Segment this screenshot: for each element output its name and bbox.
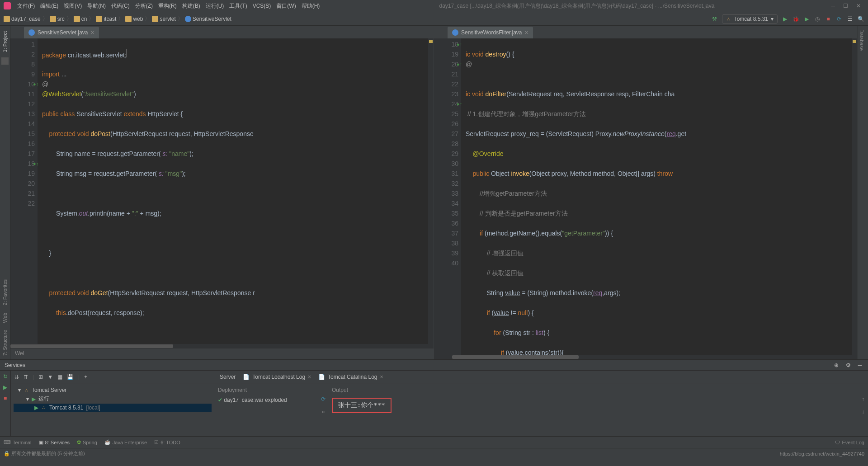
scroll-up-icon[interactable]: ↑ (862, 396, 864, 402)
sidebar-tab-project[interactable]: 1: Project (1, 28, 9, 56)
close-tab-icon[interactable]: × (90, 29, 94, 36)
todo-icon: ☑ (154, 439, 159, 445)
services-tree[interactable]: ▾⛬Tomcat Server ▾▶运行 ▶⛬Tomcat 8.5.31 [lo… (11, 383, 214, 436)
maximize-icon[interactable]: ☐ (843, 3, 848, 9)
menu-refactor[interactable]: 重构(R) (156, 2, 179, 10)
services-toolbar: ⇊ ⇈ | ⊞ ▼ ▦ 💾 | + (11, 371, 214, 383)
menubar: 文件(F) 编辑(E) 视图(V) 导航(N) 代码(C) 分析(Z) 重构(R… (0, 0, 868, 12)
services-panel: Services ⊕ ⚙ ─ ↻ ▶ ■ ⇊ ⇈ | ⊞ ▼ ▦ 💾 | + (0, 359, 868, 436)
menu-help[interactable]: 帮助(H) (299, 2, 323, 10)
bottom-tab-services[interactable]: ▣8: Services (39, 439, 70, 445)
structure-icon[interactable]: ☰ (846, 15, 854, 23)
scroll-down-icon[interactable]: ↓ (862, 409, 864, 415)
run-configuration-selector[interactable]: ⛬ Tomcat 8.5.31 ▾ (722, 14, 778, 24)
close-icon[interactable]: × (308, 374, 311, 380)
code-text-left[interactable]: package cn.itcast.web.servlet; import ..… (38, 38, 428, 344)
left-tool-sidebar: 1: Project 2: Favorites Web 7: Structure (0, 26, 10, 359)
marker-strip-right[interactable] (852, 38, 857, 355)
event-log-button[interactable]: 🗨Event Log (835, 440, 864, 445)
tab-localhost-log[interactable]: 📄Tomcat Localhost Log× (243, 374, 311, 380)
run-icon[interactable]: ▶ (781, 15, 788, 23)
hide-icon[interactable]: ─ (856, 362, 863, 369)
bc-web[interactable]: web (125, 16, 143, 22)
check-icon: ✔ (218, 397, 222, 403)
chevron-down-icon[interactable]: ▾ (26, 396, 29, 402)
folder-icon (125, 16, 132, 22)
bc-servlet[interactable]: servlet (152, 16, 175, 22)
redeploy-icon[interactable]: ⟳ (321, 396, 326, 402)
filter-icon[interactable]: ▼ (47, 374, 53, 380)
code-editor-right[interactable]: 18●↑ 19 20●↑@ 21 22 23 24●↑ 25 26 27 28 … (434, 38, 857, 355)
menu-navigate[interactable]: 导航(N) (85, 2, 108, 10)
minimize-icon[interactable]: ─ (831, 3, 835, 9)
sidebar-tab-structure[interactable]: 7: Structure (1, 326, 9, 359)
menu-file[interactable]: 文件(F) (14, 2, 38, 10)
gear-icon[interactable]: ⚙ (844, 362, 852, 369)
locate-icon[interactable]: ⊕ (833, 362, 840, 369)
bottom-tab-terminal[interactable]: ⌨Terminal (4, 439, 32, 445)
bottom-tab-spring[interactable]: ✿Spring (77, 439, 97, 445)
sidebar-tab-favorites[interactable]: 2: Favorites (1, 276, 9, 309)
file-icon: 📄 (243, 374, 250, 380)
sidebar-tab-database[interactable]: Database (858, 26, 865, 54)
lock-icon[interactable]: 🔒 (4, 451, 10, 456)
bottom-tab-todo[interactable]: ☑6: TODO (154, 439, 180, 445)
bc-project[interactable]: day17_case (4, 16, 41, 22)
folder-icon (74, 16, 80, 22)
output-label: Output (332, 387, 854, 393)
search-icon[interactable]: 🔍 (857, 15, 864, 23)
chevron-down-icon[interactable]: ▾ (18, 387, 21, 393)
more-icon[interactable]: » (322, 409, 325, 415)
rerun-icon[interactable]: ↻ (3, 373, 8, 380)
folder-icon (4, 16, 10, 22)
sidebar-tab-web[interactable]: Web (1, 309, 9, 326)
debug-icon[interactable]: 🐞 (792, 15, 799, 23)
menu-analyze[interactable]: 分析(Z) (132, 2, 156, 10)
tomcat-icon: ⛬ (24, 387, 29, 393)
hammer-icon[interactable]: ⚒ (711, 15, 718, 23)
tab-sensitive-servlet[interactable]: SensitiveServlet.java × (24, 27, 99, 38)
class-icon (452, 29, 458, 36)
code-editor-left[interactable]: 1 2 8 9 10●↑@ 11 12 13 14 15 16 17 18●↑ … (10, 38, 434, 344)
menu-window[interactable]: 窗口(W) (274, 2, 298, 10)
tab-sensitive-words-filter[interactable]: SensitiveWordsFilter.java × (448, 27, 533, 38)
close-tab-icon[interactable]: × (525, 29, 528, 36)
toolbar: day17_case〉 src〉 cn〉 itcast〉 web〉 servle… (0, 12, 868, 26)
stop-square-icon[interactable]: ■ (4, 395, 7, 401)
services-title: Services (5, 362, 25, 368)
play-icon[interactable]: ▶ (3, 384, 7, 391)
menu-view[interactable]: 视图(V) (61, 2, 85, 10)
menu-build[interactable]: 构建(B) (179, 2, 203, 10)
bottom-tab-javaee[interactable]: ☕Java Enterprise (104, 439, 147, 445)
h-scrollbar-right[interactable] (434, 355, 857, 359)
marker-strip-left[interactable] (428, 38, 434, 344)
sidebar-icon[interactable] (1, 57, 9, 65)
tab-catalina-log[interactable]: 📄Tomcat Catalina Log× (318, 374, 383, 380)
stop-icon[interactable]: ■ (825, 15, 832, 23)
menu-code[interactable]: 代码(C) (108, 2, 132, 10)
bc-class[interactable]: SensitiveServlet (185, 16, 231, 22)
deployment-item[interactable]: ✔ day17_case:war exploded (218, 397, 314, 403)
menu-vcs[interactable]: VCS(S) (250, 3, 274, 9)
add-icon[interactable]: + (84, 374, 87, 380)
tab-server[interactable]: Server (220, 374, 236, 380)
coverage-icon[interactable]: ▶ (803, 15, 810, 23)
update-icon[interactable]: ⟳ (835, 15, 843, 23)
layout-icon[interactable]: ▦ (57, 374, 62, 380)
collapse-all-icon[interactable]: ⇈ (24, 374, 28, 380)
close-icon[interactable]: ✕ (856, 3, 861, 9)
save-icon[interactable]: 💾 (67, 374, 74, 380)
menu-tools[interactable]: 工具(T) (226, 2, 250, 10)
profile-icon[interactable]: ◷ (814, 15, 821, 23)
bc-src[interactable]: src (50, 16, 65, 22)
menu-run[interactable]: 运行(U) (203, 2, 227, 10)
code-text-right[interactable]: ic void destroy() { ic void doFilter(Ser… (461, 38, 852, 355)
close-icon[interactable]: × (380, 374, 383, 380)
menu-edit[interactable]: 编辑(E) (38, 2, 61, 10)
group-icon[interactable]: ⊞ (38, 374, 43, 380)
javaee-icon: ☕ (104, 439, 111, 445)
bc-cn[interactable]: cn (74, 16, 87, 22)
bc-itcast[interactable]: itcast (96, 16, 116, 22)
h-scrollbar-left[interactable] (10, 344, 434, 348)
expand-all-icon[interactable]: ⇊ (14, 374, 19, 380)
